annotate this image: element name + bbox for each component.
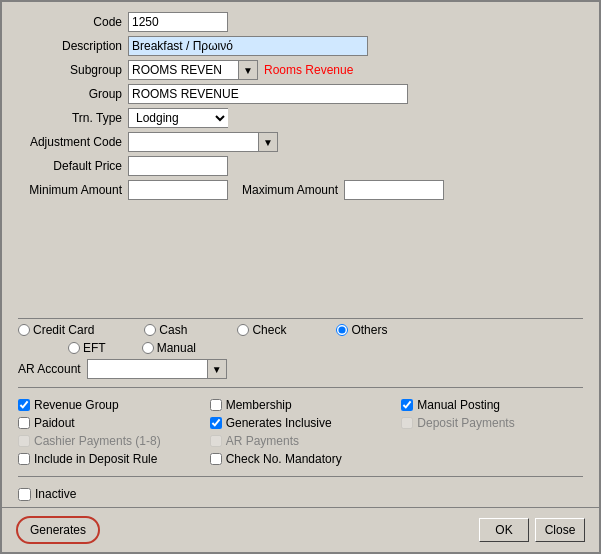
adjustment-code-row: Adjustment Code ▼ <box>18 132 583 152</box>
radio-credit-card-label: Credit Card <box>33 323 94 337</box>
divider-3 <box>18 476 583 477</box>
radio-eft[interactable]: EFT <box>68 341 106 355</box>
default-price-row: Default Price <box>18 156 583 176</box>
checkbox-deposit-payments-input <box>401 417 413 429</box>
minimum-amount-label: Minimum Amount <box>18 183 128 197</box>
checkbox-deposit-payments[interactable]: Deposit Payments <box>401 416 583 430</box>
default-price-label: Default Price <box>18 159 128 173</box>
divider-2 <box>18 387 583 388</box>
checkbox-ar-payments-input <box>210 435 222 447</box>
checkbox-paidout[interactable]: Paidout <box>18 416 200 430</box>
inactive-label: Inactive <box>35 487 76 501</box>
maximum-amount-label: Maximum Amount <box>242 183 338 197</box>
group-row: Group <box>18 84 583 104</box>
radio-row-2: EFT Manual <box>68 341 583 355</box>
checkbox-check-no-mandatory[interactable]: Check No. Mandatory <box>210 452 392 466</box>
form-area: Code Description Subgroup ▼ Rooms Revenu… <box>2 2 599 314</box>
radio-cash-input[interactable] <box>144 324 156 336</box>
generates-button[interactable]: Generates <box>16 516 100 544</box>
radio-eft-label: EFT <box>83 341 106 355</box>
inactive-checkbox[interactable] <box>18 488 31 501</box>
checkbox-generates-inclusive[interactable]: Generates Inclusive <box>210 416 392 430</box>
checkbox-check-no-mandatory-input[interactable] <box>210 453 222 465</box>
radio-manual[interactable]: Manual <box>142 341 196 355</box>
radio-cash-label: Cash <box>159 323 187 337</box>
adjustment-code-dropdown-btn[interactable]: ▼ <box>258 132 278 152</box>
empty-cell-2 <box>401 452 583 466</box>
ok-button[interactable]: OK <box>479 518 529 542</box>
trn-type-select[interactable]: Lodging <box>128 108 228 128</box>
ar-account-dropdown-btn[interactable]: ▼ <box>207 359 227 379</box>
subgroup-field: ▼ <box>128 60 258 80</box>
radio-check[interactable]: Check <box>237 323 286 337</box>
close-button[interactable]: Close <box>535 518 585 542</box>
ar-account-row: AR Account ▼ <box>18 359 583 379</box>
checkbox-ar-payments-label: AR Payments <box>226 434 299 448</box>
code-label: Code <box>18 15 128 29</box>
radio-credit-card-input[interactable] <box>18 324 30 336</box>
inactive-row: Inactive <box>2 481 599 507</box>
adjustment-code-label: Adjustment Code <box>18 135 128 149</box>
radio-check-input[interactable] <box>237 324 249 336</box>
checkbox-grid: Revenue Group Membership Manual Posting … <box>2 392 599 472</box>
checkbox-include-deposit-label: Include in Deposit Rule <box>34 452 157 466</box>
ar-account-field: ▼ <box>87 359 227 379</box>
subgroup-label: Subgroup <box>18 63 128 77</box>
radio-others-label: Others <box>351 323 387 337</box>
maximum-amount-group: Maximum Amount <box>242 180 444 200</box>
dialog: Code Description Subgroup ▼ Rooms Revenu… <box>0 0 601 554</box>
checkbox-revenue-group[interactable]: Revenue Group <box>18 398 200 412</box>
radio-credit-card[interactable]: Credit Card <box>18 323 94 337</box>
code-row: Code <box>18 12 583 32</box>
ar-account-input[interactable] <box>87 359 207 379</box>
checkbox-manual-posting[interactable]: Manual Posting <box>401 398 583 412</box>
checkbox-revenue-group-label: Revenue Group <box>34 398 119 412</box>
checkbox-paidout-input[interactable] <box>18 417 30 429</box>
checkbox-generates-inclusive-input[interactable] <box>210 417 222 429</box>
dialog-buttons: OK Close <box>479 518 585 542</box>
trn-type-field: Lodging <box>128 108 228 128</box>
radio-eft-input[interactable] <box>68 342 80 354</box>
description-input[interactable] <box>128 36 368 56</box>
checkbox-cashier-payments-label: Cashier Payments (1-8) <box>34 434 161 448</box>
adjustment-code-field: ▼ <box>128 132 278 152</box>
checkbox-include-deposit[interactable]: Include in Deposit Rule <box>18 452 200 466</box>
trn-type-label: Trn. Type <box>18 111 128 125</box>
default-price-input[interactable] <box>128 156 228 176</box>
checkbox-generates-inclusive-label: Generates Inclusive <box>226 416 332 430</box>
adjustment-code-input[interactable] <box>128 132 258 152</box>
checkbox-check-no-mandatory-label: Check No. Mandatory <box>226 452 342 466</box>
bottom-bar: Generates OK Close <box>2 507 599 552</box>
checkbox-membership-input[interactable] <box>210 399 222 411</box>
group-input[interactable] <box>128 84 408 104</box>
checkbox-include-deposit-input[interactable] <box>18 453 30 465</box>
radio-row-1: Credit Card Cash Check Others <box>18 323 583 337</box>
description-row: Description <box>18 36 583 56</box>
minimum-amount-input[interactable] <box>128 180 228 200</box>
checkbox-ar-payments[interactable]: AR Payments <box>210 434 392 448</box>
checkbox-cashier-payments-input <box>18 435 30 447</box>
trn-type-row: Trn. Type Lodging <box>18 108 583 128</box>
subgroup-input[interactable] <box>128 60 238 80</box>
radio-others[interactable]: Others <box>336 323 387 337</box>
radio-others-input[interactable] <box>336 324 348 336</box>
divider-1 <box>18 318 583 319</box>
checkbox-revenue-group-input[interactable] <box>18 399 30 411</box>
checkbox-manual-posting-label: Manual Posting <box>417 398 500 412</box>
radio-manual-label: Manual <box>157 341 196 355</box>
radio-check-label: Check <box>252 323 286 337</box>
checkbox-manual-posting-input[interactable] <box>401 399 413 411</box>
subgroup-dropdown-btn[interactable]: ▼ <box>238 60 258 80</box>
code-input[interactable] <box>128 12 228 32</box>
amount-row: Minimum Amount Maximum Amount <box>18 180 583 200</box>
checkbox-membership-label: Membership <box>226 398 292 412</box>
empty-cell <box>401 434 583 448</box>
radio-cash[interactable]: Cash <box>144 323 187 337</box>
checkbox-deposit-payments-label: Deposit Payments <box>417 416 514 430</box>
group-label: Group <box>18 87 128 101</box>
description-label: Description <box>18 39 128 53</box>
radio-manual-input[interactable] <box>142 342 154 354</box>
maximum-amount-input[interactable] <box>344 180 444 200</box>
checkbox-membership[interactable]: Membership <box>210 398 392 412</box>
checkbox-cashier-payments[interactable]: Cashier Payments (1-8) <box>18 434 200 448</box>
